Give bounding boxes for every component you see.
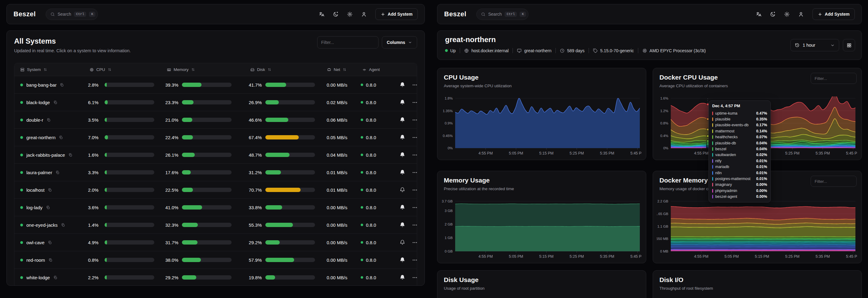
disk-cell: 41.7% (249, 82, 326, 87)
docker-memory-usage-chart[interactable]: 2.2 GB1.65 GB1.1 GB550 MB0 MB4:55 PM5:05… (657, 199, 857, 261)
copy-button[interactable] (61, 223, 65, 227)
table-row[interactable]: white-lodge 2.2% 29.2% 19.8% 0.00 MB/s 0… (14, 269, 417, 286)
col-header-system[interactable]: System (14, 67, 88, 72)
bell-icon (400, 275, 405, 280)
system-name: jack-rabbits-palace (26, 153, 65, 158)
table-row[interactable]: black-lodge 6.1% 23.3% 26.9% 0.02 MB/s 0… (14, 94, 417, 111)
settings-button[interactable] (347, 11, 353, 17)
copy-button[interactable] (48, 241, 52, 245)
col-header-cpu[interactable]: CPU (88, 67, 165, 72)
alerts-button[interactable] (400, 222, 405, 228)
layout-grid-button[interactable] (843, 39, 855, 51)
alerts-button[interactable] (400, 135, 405, 140)
copy-button[interactable] (46, 118, 51, 122)
row-menu-button[interactable] (412, 257, 417, 263)
copy-button[interactable] (46, 206, 50, 210)
table-row[interactable]: laura-palmer 3.3% 17.6% 31.2% 0.01 MB/s … (14, 164, 417, 181)
copy-button[interactable] (60, 83, 64, 87)
table-row[interactable]: owl-cave 4.9% 31.7% 29.2% 0.00 MB/s 0.8.… (14, 234, 417, 251)
alerts-button[interactable] (400, 169, 405, 175)
row-menu-button[interactable] (412, 135, 417, 140)
sort-memory-button[interactable] (191, 67, 195, 72)
add-system-button[interactable]: Add System (812, 8, 855, 20)
sort-system-button[interactable] (43, 67, 47, 72)
copy-button[interactable] (59, 135, 63, 139)
system-name: one-eyed-jacks (26, 222, 58, 228)
alerts-button[interactable] (400, 257, 405, 263)
cpu-usage-chart[interactable]: 1.8%1.35%0.9%0.45%0%4:55 PM5:05 PM5:15 P… (441, 97, 642, 157)
table-header-row: System CPU Memory Disk Net Agent (14, 63, 417, 76)
memory-usage-chart[interactable]: 3.7 GB3 GB2 GB1 GB0 GB4:55 PM5:05 PM5:15… (441, 199, 642, 261)
system-name: bang-bang-bar (26, 82, 56, 87)
agent-status-dot (361, 224, 363, 226)
memory-meter (182, 258, 231, 262)
col-header-agent[interactable]: Agent (361, 67, 397, 72)
user-menu-button[interactable] (361, 11, 367, 17)
time-range-select[interactable]: 1 hour (790, 39, 839, 51)
row-menu-button[interactable] (412, 169, 417, 175)
system-cell: double-r (14, 117, 88, 123)
table-row[interactable]: red-room 0.8% 38.0% 57.9% 0.00 MB/s 0.8.… (14, 251, 417, 269)
theme-toggle-button[interactable] (770, 11, 776, 17)
all-systems-card: All Systems Updated in real time. Click … (6, 30, 425, 286)
columns-button[interactable]: Columns (382, 36, 417, 49)
row-menu-button[interactable] (412, 205, 417, 211)
sort-cpu-button[interactable] (107, 67, 112, 72)
sort-disk-button[interactable] (268, 67, 272, 72)
ellipsis-icon (412, 240, 417, 245)
copy-button[interactable] (53, 101, 57, 105)
alerts-button[interactable] (400, 117, 405, 123)
alerts-button[interactable] (400, 240, 405, 245)
table-row[interactable]: double-r 3.5% 21.0% 46.6% 0.06 MB/s 0.8.… (14, 111, 417, 129)
table-row[interactable]: one-eyed-jacks 1.4% 32.3% 55.3% 0.00 MB/… (14, 216, 417, 234)
row-menu-button[interactable] (412, 187, 417, 193)
row-menu-button[interactable] (412, 152, 417, 158)
table-row[interactable]: localhost 2.0% 22.5% 70.7% 0.01 MB/s 0.8… (14, 181, 417, 199)
add-system-button[interactable]: Add System (375, 8, 418, 20)
tooltip-row: vaultwarden0.02% (712, 152, 767, 158)
cpu-meter (104, 258, 154, 262)
search-input[interactable]: Search Ctrl K (46, 8, 98, 20)
alerts-button[interactable] (400, 205, 405, 210)
row-menu-button[interactable] (412, 222, 417, 228)
row-menu-button[interactable] (412, 240, 417, 245)
language-button[interactable] (756, 11, 762, 17)
col-header-memory[interactable]: Memory (165, 67, 249, 72)
memory-cell: 22.5% (165, 187, 249, 193)
ellipsis-icon (412, 222, 417, 228)
row-menu-button[interactable] (412, 117, 417, 123)
copy-button[interactable] (56, 170, 60, 174)
user-menu-button[interactable] (798, 11, 804, 17)
alerts-button[interactable] (400, 152, 405, 158)
table-row[interactable]: great-northern 7.0% 22.4% 67.4% 0.05 MB/… (14, 129, 417, 146)
systems-filter-input[interactable] (317, 36, 378, 49)
search-input[interactable]: Search Ctrl K (476, 8, 528, 20)
copy-button[interactable] (53, 276, 57, 279)
table-row[interactable]: jack-rabbits-palace 1.6% 26.1% 48.7% 0.0… (14, 146, 417, 164)
meta-hostname: host.docker.internal (464, 48, 508, 53)
kbd-k: K (89, 12, 95, 17)
status-dot (20, 189, 23, 191)
docker-cpu-filter-input[interactable] (811, 73, 857, 84)
row-menu-button[interactable] (412, 100, 417, 105)
alerts-button[interactable] (400, 100, 405, 105)
row-menu-button[interactable] (412, 82, 417, 88)
col-header-disk[interactable]: Disk (249, 67, 326, 72)
settings-button[interactable] (784, 11, 790, 17)
copy-button[interactable] (49, 258, 53, 262)
copy-button[interactable] (48, 188, 52, 192)
alerts-button[interactable] (400, 82, 405, 87)
sort-net-button[interactable] (343, 67, 347, 72)
table-row[interactable]: bang-bang-bar 2.8% 39.3% 41.7% 0.00 MB/s… (14, 76, 417, 94)
row-menu-button[interactable] (412, 275, 417, 280)
theme-toggle-button[interactable] (333, 11, 339, 17)
alerts-button[interactable] (400, 275, 405, 280)
copy-button[interactable] (68, 153, 72, 157)
alerts-button[interactable] (400, 187, 405, 193)
docker-memory-filter-input[interactable] (811, 176, 857, 187)
col-header-net[interactable]: Net (326, 67, 361, 72)
memory-usage-card: Memory UsagePrecise utilization at the r… (437, 171, 646, 263)
language-button[interactable] (319, 11, 324, 17)
table-row[interactable]: log-lady 3.6% 41.0% 33.8% 0.00 MB/s 0.8.… (14, 199, 417, 216)
search-placeholder: Search (488, 12, 502, 17)
